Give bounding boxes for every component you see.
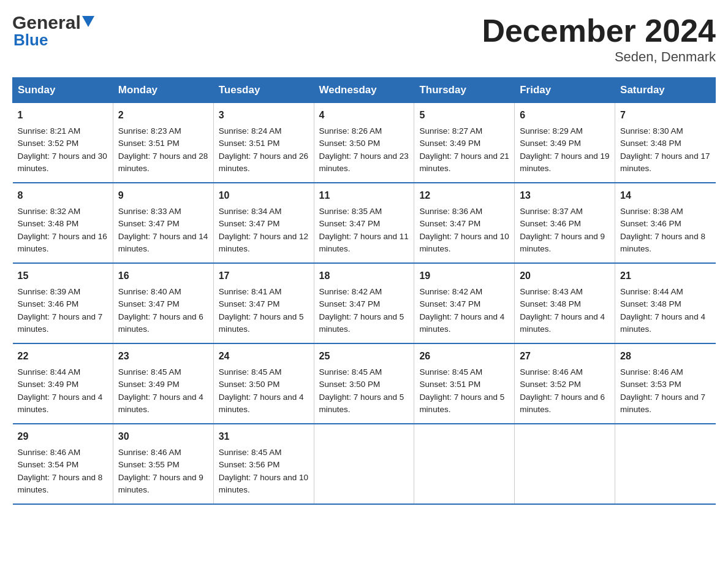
calendar-cell [615,424,716,504]
day-number: 7 [620,108,710,123]
day-number: 5 [419,108,509,123]
sunrise-text: Sunrise: 8:30 AM [620,126,683,136]
calendar-cell: 26Sunrise: 8:45 AMSunset: 3:51 PMDayligh… [414,343,515,424]
daylight-text: Daylight: 7 hours and 9 minutes. [520,232,605,253]
day-number: 1 [18,108,108,123]
calendar-cell: 4Sunrise: 8:26 AMSunset: 3:50 PMDaylight… [314,103,414,183]
col-header-tuesday: Tuesday [213,78,314,103]
day-number: 17 [219,269,309,283]
sunrise-text: Sunrise: 8:45 AM [319,367,382,377]
day-number: 20 [520,269,610,283]
calendar-cell: 14Sunrise: 8:38 AMSunset: 3:46 PMDayligh… [615,183,716,263]
calendar-cell: 7Sunrise: 8:30 AMSunset: 3:48 PMDaylight… [615,103,716,183]
daylight-text: Daylight: 7 hours and 5 minutes. [219,312,304,334]
sunrise-text: Sunrise: 8:36 AM [419,207,482,216]
daylight-text: Daylight: 7 hours and 23 minutes. [319,151,409,173]
sunrise-text: Sunrise: 8:46 AM [18,448,81,457]
daylight-text: Daylight: 7 hours and 7 minutes. [620,393,705,414]
sunset-text: Sunset: 3:50 PM [319,139,381,148]
calendar-cell: 24Sunrise: 8:45 AMSunset: 3:50 PMDayligh… [213,343,314,424]
sunrise-text: Sunrise: 8:35 AM [319,207,382,216]
daylight-text: Daylight: 7 hours and 28 minutes. [118,151,208,173]
sunrise-text: Sunrise: 8:33 AM [118,207,181,216]
sunrise-text: Sunrise: 8:26 AM [319,126,382,136]
sunrise-text: Sunrise: 8:27 AM [419,126,482,136]
title-section: December 2024 Seden, Denmark [482,12,716,65]
calendar-cell: 3Sunrise: 8:24 AMSunset: 3:51 PMDaylight… [213,103,314,183]
daylight-text: Daylight: 7 hours and 4 minutes. [419,312,504,334]
sunset-text: Sunset: 3:52 PM [520,380,581,389]
month-title: December 2024 [482,12,716,49]
calendar-cell: 22Sunrise: 8:44 AMSunset: 3:49 PMDayligh… [13,343,113,424]
sunset-text: Sunset: 3:48 PM [18,219,79,228]
sunset-text: Sunset: 3:46 PM [520,219,581,228]
daylight-text: Daylight: 7 hours and 5 minutes. [319,312,404,334]
calendar-cell: 31Sunrise: 8:45 AMSunset: 3:56 PMDayligh… [213,424,314,504]
daylight-text: Daylight: 7 hours and 4 minutes. [219,393,304,414]
day-number: 25 [319,349,409,364]
day-number: 22 [18,349,108,364]
daylight-text: Daylight: 7 hours and 5 minutes. [319,393,404,414]
calendar-cell [515,424,615,504]
calendar-cell: 25Sunrise: 8:45 AMSunset: 3:50 PMDayligh… [314,343,414,424]
daylight-text: Daylight: 7 hours and 14 minutes. [118,232,208,253]
calendar-week-row: 22Sunrise: 8:44 AMSunset: 3:49 PMDayligh… [13,343,716,424]
day-number: 12 [419,188,509,203]
col-header-wednesday: Wednesday [314,78,414,103]
sunset-text: Sunset: 3:50 PM [319,380,381,389]
calendar-week-row: 8Sunrise: 8:32 AMSunset: 3:48 PMDaylight… [13,183,716,263]
calendar-table: SundayMondayTuesdayWednesdayThursdayFrid… [12,77,716,505]
calendar-cell: 10Sunrise: 8:34 AMSunset: 3:47 PMDayligh… [213,183,314,263]
sunset-text: Sunset: 3:54 PM [18,460,79,469]
calendar-cell: 12Sunrise: 8:36 AMSunset: 3:47 PMDayligh… [414,183,515,263]
sunrise-text: Sunrise: 8:43 AM [520,287,583,296]
sunset-text: Sunset: 3:51 PM [118,139,180,148]
sunset-text: Sunset: 3:53 PM [620,380,681,389]
daylight-text: Daylight: 7 hours and 8 minutes. [620,232,705,253]
day-number: 31 [219,429,309,444]
calendar-cell: 11Sunrise: 8:35 AMSunset: 3:47 PMDayligh… [314,183,414,263]
sunrise-text: Sunrise: 8:45 AM [118,367,181,377]
calendar-cell: 20Sunrise: 8:43 AMSunset: 3:48 PMDayligh… [515,263,615,343]
daylight-text: Daylight: 7 hours and 4 minutes. [18,393,103,414]
day-number: 11 [319,188,409,203]
daylight-text: Daylight: 7 hours and 21 minutes. [419,151,509,173]
sunset-text: Sunset: 3:52 PM [18,139,79,148]
daylight-text: Daylight: 7 hours and 4 minutes. [118,393,203,414]
daylight-text: Daylight: 7 hours and 19 minutes. [520,151,609,173]
sunrise-text: Sunrise: 8:21 AM [18,126,81,136]
day-number: 14 [620,188,710,203]
calendar-cell: 29Sunrise: 8:46 AMSunset: 3:54 PMDayligh… [13,424,113,504]
daylight-text: Daylight: 7 hours and 6 minutes. [520,393,605,414]
sunset-text: Sunset: 3:47 PM [419,299,480,308]
sunrise-text: Sunrise: 8:41 AM [219,287,282,296]
svg-marker-0 [82,16,94,27]
daylight-text: Daylight: 7 hours and 17 minutes. [620,151,710,173]
sunset-text: Sunset: 3:49 PM [419,139,480,148]
day-number: 21 [620,269,710,283]
day-number: 3 [219,108,309,123]
sunrise-text: Sunrise: 8:42 AM [319,287,382,296]
sunset-text: Sunset: 3:56 PM [219,460,280,469]
day-number: 10 [219,188,309,203]
daylight-text: Daylight: 7 hours and 4 minutes. [520,312,605,334]
sunset-text: Sunset: 3:51 PM [219,139,280,148]
sunrise-text: Sunrise: 8:39 AM [18,287,81,296]
day-number: 4 [319,108,409,123]
calendar-cell [414,424,515,504]
sunrise-text: Sunrise: 8:45 AM [419,367,482,377]
sunset-text: Sunset: 3:48 PM [620,139,681,148]
day-number: 6 [520,108,610,123]
day-number: 16 [118,269,208,283]
sunset-text: Sunset: 3:47 PM [118,219,180,228]
daylight-text: Daylight: 7 hours and 30 minutes. [18,151,107,173]
calendar-cell: 21Sunrise: 8:44 AMSunset: 3:48 PMDayligh… [615,263,716,343]
sunrise-text: Sunrise: 8:23 AM [118,126,181,136]
col-header-friday: Friday [515,78,615,103]
day-number: 18 [319,269,409,283]
sunset-text: Sunset: 3:49 PM [118,380,180,389]
day-number: 19 [419,269,509,283]
sunset-text: Sunset: 3:47 PM [118,299,180,308]
sunset-text: Sunset: 3:49 PM [18,380,79,389]
calendar-cell: 5Sunrise: 8:27 AMSunset: 3:49 PMDaylight… [414,103,515,183]
